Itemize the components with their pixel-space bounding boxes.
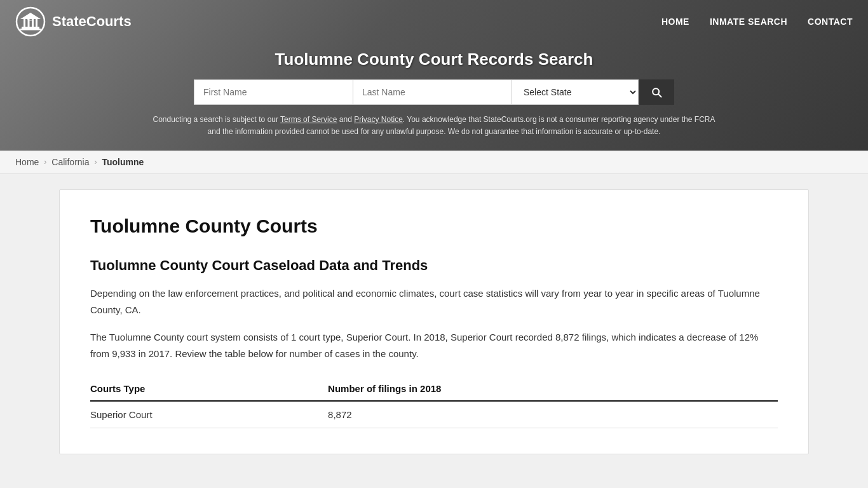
search-icon [650, 86, 663, 98]
breadcrumb-home[interactable]: Home [15, 157, 39, 167]
county-title: Tuolumne County Courts [90, 215, 778, 237]
disclaimer-and: and [337, 115, 354, 124]
svg-rect-3 [24, 19, 25, 27]
svg-rect-2 [20, 29, 41, 30]
filings-cell: 8,872 [302, 401, 778, 428]
logo-text: StateCourts [52, 13, 132, 30]
nav-home[interactable]: HOME [661, 17, 689, 27]
tos-link[interactable]: Terms of Service [280, 115, 337, 124]
breadcrumb-county: Tuolumne [102, 157, 144, 167]
svg-point-0 [17, 8, 44, 36]
search-bar: Select State AlabamaAlaskaArizona Arkans… [180, 79, 688, 105]
paragraph-1: Depending on the law enforcement practic… [90, 285, 778, 318]
main-content-area: Tuolumne County Courts Tuolumne County C… [0, 189, 868, 454]
table-row: Superior Court8,872 [90, 401, 778, 428]
nav-links: HOME INMATE SEARCH CONTACT [661, 17, 853, 27]
header-search-area: Tuolumne County Court Records Search Sel… [0, 43, 868, 151]
svg-rect-1 [22, 27, 39, 29]
breadcrumb-sep-2: › [95, 158, 97, 166]
svg-marker-7 [20, 13, 41, 19]
privacy-link[interactable]: Privacy Notice [354, 115, 403, 124]
svg-rect-6 [36, 19, 37, 27]
search-button[interactable] [639, 79, 674, 105]
nav-inmate-search[interactable]: INMATE SEARCH [710, 17, 787, 27]
content-card: Tuolumne County Courts Tuolumne County C… [59, 189, 809, 454]
col-filings-header: Number of filings in 2018 [302, 377, 778, 401]
section-title: Tuolumne County Court Caseload Data and … [90, 257, 778, 274]
breadcrumb-state[interactable]: California [51, 157, 89, 167]
col-court-type-header: Courts Type [90, 377, 302, 401]
state-select[interactable]: Select State AlabamaAlaskaArizona Arkans… [512, 79, 639, 105]
first-name-input[interactable] [194, 79, 353, 105]
disclaimer-prefix: Conducting a search is subject to our [153, 115, 281, 124]
logo-link[interactable]: StateCourts [15, 6, 132, 37]
nav-contact[interactable]: CONTACT [808, 17, 853, 27]
disclaimer-text: Conducting a search is subject to our Te… [148, 114, 720, 138]
court-type-cell: Superior Court [90, 401, 302, 428]
logo-icon [15, 6, 46, 37]
paragraph-2: The Tuolumne County court system consist… [90, 329, 778, 362]
page-title: Tuolumne County Court Records Search [13, 50, 855, 69]
breadcrumb: Home › California › Tuolumne [0, 151, 868, 174]
nav-bar: StateCourts HOME INMATE SEARCH CONTACT [0, 0, 868, 43]
table-header-row: Courts Type Number of filings in 2018 [90, 377, 778, 401]
caseload-table: Courts Type Number of filings in 2018 Su… [90, 377, 778, 428]
header-overlay: StateCourts HOME INMATE SEARCH CONTACT T… [0, 0, 868, 151]
breadcrumb-sep-1: › [44, 158, 46, 166]
site-header: StateCourts HOME INMATE SEARCH CONTACT T… [0, 0, 868, 151]
last-name-input[interactable] [353, 79, 512, 105]
